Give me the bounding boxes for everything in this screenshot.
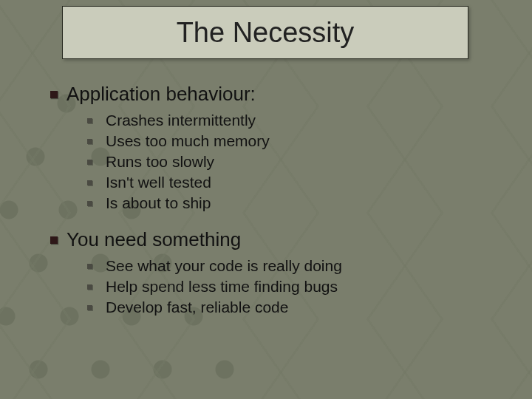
square-bullet-icon (87, 180, 92, 185)
bullet-level1: You need something (50, 228, 494, 251)
list-item: Uses too much memory (106, 132, 270, 150)
section-heading: You need something (66, 228, 241, 251)
square-bullet-icon (87, 201, 92, 206)
sub-bullet-list: Crashes intermittently Uses too much mem… (87, 112, 494, 212)
square-bullet-icon (87, 264, 92, 269)
bullet-level2: Is about to ship (87, 194, 494, 212)
list-item: Develop fast, reliable code (106, 299, 288, 316)
square-bullet-icon (87, 160, 92, 165)
square-bullet-icon (50, 236, 58, 244)
square-bullet-icon (50, 91, 58, 98)
section-heading: Application behaviour: (66, 83, 256, 106)
bullet-level1: Application behaviour: (50, 83, 494, 106)
bullet-level2: See what your code is really doing (87, 257, 494, 275)
list-item: Is about to ship (106, 194, 211, 212)
list-item: Crashes intermittently (106, 112, 256, 129)
bullet-level2: Crashes intermittently (87, 112, 494, 129)
bullet-level2: Isn't well tested (87, 174, 494, 191)
bullet-level2: Runs too slowly (87, 153, 494, 171)
square-bullet-icon (87, 139, 92, 144)
square-bullet-icon (87, 118, 92, 123)
list-item: Help spend less time finding bugs (106, 278, 338, 296)
list-item: Runs too slowly (106, 153, 214, 171)
slide-content: Application behaviour: Crashes intermitt… (50, 83, 494, 332)
square-bullet-icon (87, 284, 92, 290)
slide-title: The Necessity (177, 17, 355, 49)
slide-title-box: The Necessity (62, 6, 468, 59)
sub-bullet-list: See what your code is really doing Help … (87, 257, 494, 316)
list-item: See what your code is really doing (106, 257, 342, 275)
bullet-level2: Help spend less time finding bugs (87, 278, 494, 296)
list-item: Isn't well tested (106, 174, 211, 191)
bullet-level2: Develop fast, reliable code (87, 299, 494, 316)
bullet-level2: Uses too much memory (87, 132, 494, 150)
square-bullet-icon (87, 305, 92, 310)
